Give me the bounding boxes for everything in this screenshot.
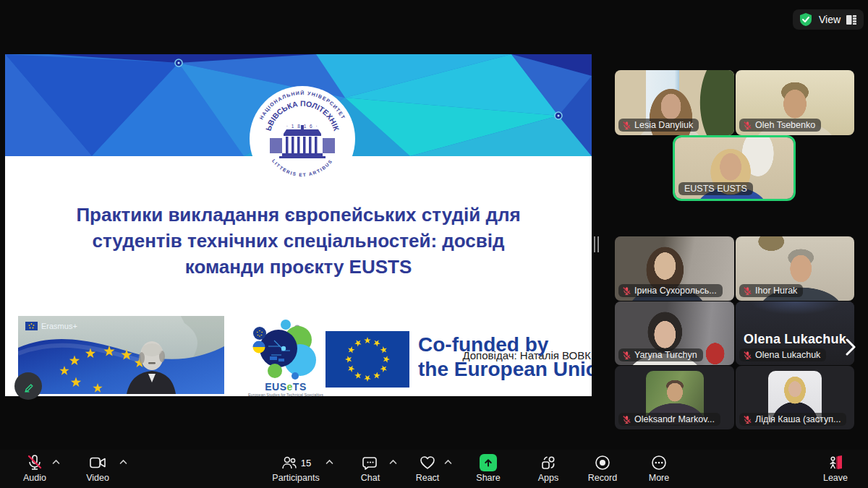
meeting-toolbar: Audio Video <box>0 450 868 488</box>
eusts-wordmark: EUSeTS <box>250 381 322 393</box>
participants-button[interactable]: 15 Participants <box>265 453 326 483</box>
mic-muted-icon <box>622 351 631 360</box>
record-icon <box>594 454 611 471</box>
participant-name-tag: Ihor Hurak <box>739 284 803 297</box>
chat-button[interactable]: Chat <box>340 453 401 483</box>
video-options-chevron[interactable] <box>119 459 127 465</box>
chat-options-chevron[interactable] <box>389 459 397 465</box>
video-button[interactable]: Video <box>67 453 128 483</box>
video-camera-icon <box>89 454 106 471</box>
participant-name: Ihor Hurak <box>755 286 797 296</box>
react-label: React <box>416 473 440 483</box>
apps-icon <box>540 454 557 471</box>
apps-button[interactable]: Apps <box>518 453 579 483</box>
participant-tile-yaryna[interactable]: Yaryna Turchyn <box>615 301 734 365</box>
mic-muted-icon <box>622 286 631 296</box>
eu-flag <box>326 331 409 388</box>
cofunded-line1: Co-funded by <box>418 333 592 357</box>
video-label: Video <box>86 473 109 483</box>
mic-muted-icon <box>622 121 631 130</box>
record-label: Record <box>588 473 617 483</box>
participant-name: Oleh Tsebenko <box>755 120 815 130</box>
leave-button[interactable]: Leave <box>805 453 866 483</box>
participant-tile-oleksandr[interactable]: Oleksandr Markov... <box>615 366 734 429</box>
participant-tile-iryna[interactable]: Ірина Сухорольсь... <box>615 236 734 301</box>
security-shield-icon <box>799 12 813 27</box>
zoom-meeting-window: View <box>0 0 868 488</box>
leave-label: Leave <box>823 473 848 483</box>
panel-resize-handle[interactable] <box>594 236 600 252</box>
participant-name: Olena Lukachuk <box>755 350 820 360</box>
record-button[interactable]: Record <box>572 453 633 483</box>
view-button-label[interactable]: View <box>819 14 841 25</box>
apps-label: Apps <box>538 473 559 483</box>
audio-label: Audio <box>23 473 46 483</box>
mic-muted-icon <box>26 454 43 471</box>
participant-name-tag: EUSTS EUSTS <box>678 182 753 195</box>
participant-tile-lesia[interactable]: Lesia Danyliuk <box>615 70 734 135</box>
more-button[interactable]: More <box>629 453 689 483</box>
eusts-wordmark-eus: EUS <box>265 381 286 393</box>
view-control[interactable]: View <box>793 9 864 30</box>
participant-name: Lesia Danyliuk <box>634 120 693 130</box>
slide-title-line2: студентів технічних спеціальностей: досв… <box>34 228 563 254</box>
eusts-project-logo <box>250 319 322 381</box>
participant-tile-oleh[interactable]: Oleh Tsebenko <box>736 70 854 135</box>
eusts-wordmark-ts: TS <box>293 381 307 393</box>
cofunded-text: Co-funded by the European Unio <box>418 333 592 382</box>
participant-name: Oleksandr Markov... <box>634 414 715 424</box>
participant-name: Лідія Каша (заступ... <box>755 414 841 424</box>
slide-title: Практики викладання європейських студій … <box>34 202 563 280</box>
chat-label: Chat <box>361 473 380 483</box>
audio-button[interactable]: Audio <box>4 453 65 483</box>
mic-muted-icon <box>622 415 631 424</box>
participant-tile-lidiia[interactable]: Лідія Каша (заступ... <box>736 366 854 429</box>
participants-count: 15 <box>301 458 311 468</box>
participant-name-tag: Lesia Danyliuk <box>618 119 699 132</box>
participant-tile-olena[interactable]: Olena Lukachuk Olena Lukachuk <box>736 301 854 365</box>
participant-tile-eusts-active-speaker[interactable]: EUSTS EUSTS <box>673 135 796 201</box>
erasmus-eu-flag-photo: Erasmus+ <box>18 316 224 394</box>
mic-muted-icon <box>743 286 752 296</box>
participant-name-tag: Oleh Tsebenko <box>739 119 821 132</box>
participant-name-tag: Olena Lukachuk <box>739 348 826 361</box>
mic-muted-icon <box>743 415 752 424</box>
leave-meeting-icon <box>827 454 844 471</box>
eusts-caption: European Studies for Technical Specialti… <box>235 393 336 396</box>
heart-react-icon <box>419 454 436 471</box>
eusts-wordmark-e: e <box>287 381 293 393</box>
participants-options-chevron[interactable] <box>326 459 333 465</box>
ukraine-flag-circle <box>253 341 265 354</box>
react-button[interactable]: React <box>397 453 458 483</box>
participant-name: EUSTS EUSTS <box>684 184 747 194</box>
participants-label: Participants <box>272 473 319 483</box>
erasmus-plus-label <box>25 322 38 330</box>
erasmus-label-text: Erasmus+ <box>41 322 77 330</box>
shared-screen-slide: НАЦІОНАЛЬНИЙ УНІВЕРСИТЕТ ЛЬВІВСЬКА ПОЛІТ… <box>5 54 592 396</box>
participant-name: Yaryna Turchyn <box>634 350 697 360</box>
mic-muted-icon <box>743 351 752 360</box>
share-screen-icon <box>480 454 497 471</box>
participant-tile-ihor[interactable]: Ihor Hurak <box>736 236 854 301</box>
annotate-button[interactable] <box>14 372 42 400</box>
lviv-polytechnic-seal: НАЦІОНАЛЬНИЙ УНІВЕРСИТЕТ ЛЬВІВСЬКА ПОЛІТ… <box>248 85 357 193</box>
pencil-icon <box>21 379 35 393</box>
audio-options-chevron[interactable] <box>52 459 60 465</box>
participant-name-tag: Oleksandr Markov... <box>618 413 720 426</box>
slide-title-line3: команди проєкту EUSTS <box>34 254 563 280</box>
chat-bubble-icon <box>362 454 379 471</box>
react-options-chevron[interactable] <box>444 459 452 465</box>
participant-name-tag: Ірина Сухорольсь... <box>618 284 723 297</box>
share-label: Share <box>476 473 500 483</box>
slide-title-line1: Практики викладання європейських студій … <box>34 202 563 228</box>
more-label: More <box>649 473 669 483</box>
mic-muted-icon <box>743 121 752 130</box>
more-icon <box>650 454 668 471</box>
share-screen-button[interactable]: Share <box>458 453 519 483</box>
participant-name: Ірина Сухорольсь... <box>634 286 717 296</box>
gallery-next-page-chevron[interactable] <box>845 338 856 356</box>
gallery-view-icon <box>846 15 856 25</box>
participant-name-tag: Yaryna Turchyn <box>618 348 703 361</box>
participant-name-tag: Лідія Каша (заступ... <box>739 413 846 426</box>
participants-icon <box>281 454 298 471</box>
